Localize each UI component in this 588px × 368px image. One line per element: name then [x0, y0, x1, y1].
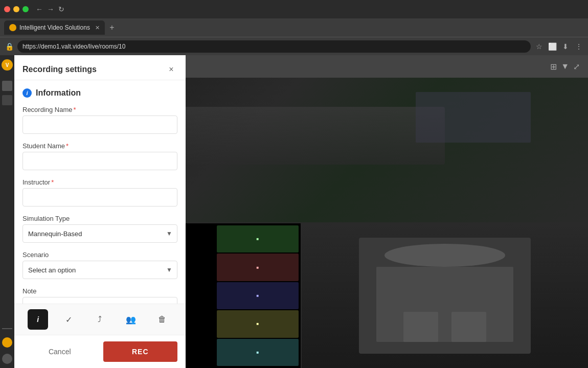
minimize-window-btn[interactable]: [13, 6, 19, 12]
window-controls[interactable]: [4, 6, 29, 12]
simulation-type-label: Simulation Type: [22, 215, 177, 222]
instructor-input[interactable]: [22, 188, 177, 206]
browser-nav-forward[interactable]: →: [47, 5, 54, 13]
extensions-icon[interactable]: ⬜: [547, 41, 557, 52]
chevron-down-icon[interactable]: ▼: [561, 62, 569, 71]
recording-name-group: Recording Name*: [22, 106, 177, 134]
note-group: Note: [22, 287, 177, 304]
trash-toolbar-btn[interactable]: 🗑: [152, 309, 172, 330]
bed-overhead-shape: [359, 238, 531, 353]
rec-button[interactable]: REC: [103, 341, 178, 362]
monitor-panel-3: ■: [217, 282, 299, 309]
modal-title: Recording settings: [22, 65, 97, 74]
simulation-type-select[interactable]: Mannequin-Based Standardized Patient Tas…: [22, 224, 177, 243]
sidebar-divider: [2, 328, 12, 329]
video-actions[interactable]: ⊞ ▼ ⤢: [550, 62, 580, 72]
share-toolbar-btn[interactable]: ⤴: [89, 309, 110, 330]
url-input[interactable]: [17, 40, 531, 53]
users-toolbar-icon: 👥: [126, 315, 136, 325]
star-icon[interactable]: ☆: [534, 41, 544, 52]
main-content: V Recording settings × i Information Rec…: [0, 55, 588, 368]
bed-shape: [158, 107, 445, 165]
section-header: i Information: [22, 88, 177, 98]
recording-settings-modal: Recording settings × i Information Recor…: [14, 55, 186, 368]
info-toolbar-btn[interactable]: i: [28, 309, 48, 330]
app-logo: V: [2, 59, 13, 71]
student-name-group: Student Name*: [22, 142, 177, 170]
modal-header: Recording settings ×: [14, 55, 186, 80]
recording-name-label: Recording Name*: [22, 106, 177, 113]
menu-icon[interactable]: ⋮: [574, 41, 584, 52]
patient-video-cell: [302, 223, 588, 368]
check-toolbar-icon: ✓: [65, 315, 72, 325]
download-icon[interactable]: ⬇: [560, 41, 571, 52]
leg-right-shape: [451, 312, 486, 342]
patient-overhead-view: [302, 223, 588, 368]
left-sidebar: V: [0, 55, 14, 368]
scenario-select[interactable]: Select an option: [22, 261, 177, 279]
fullscreen-icon[interactable]: ⤢: [573, 62, 580, 72]
scenario-label: Scenario: [22, 251, 177, 259]
monitor-right-panels: ■ ■ ■ ■ ■: [215, 223, 301, 368]
info-icon: i: [22, 88, 32, 98]
users-toolbar-btn[interactable]: 👥: [121, 309, 141, 330]
new-tab-btn[interactable]: +: [105, 20, 119, 35]
simulation-type-wrapper: Mannequin-Based Standardized Patient Tas…: [22, 224, 177, 243]
note-label: Note: [22, 287, 177, 295]
body-shape: [376, 267, 514, 342]
monitor-panel-2: ■: [217, 254, 299, 281]
section-title: Information: [36, 88, 81, 98]
sidebar-camera-icon[interactable]: [2, 81, 12, 91]
modal-body: i Information Recording Name* Student Na…: [14, 80, 186, 304]
scenario-group: Scenario Select an option ▼: [22, 251, 177, 279]
check-toolbar-btn[interactable]: ✓: [59, 309, 79, 330]
sidebar-grid-icon[interactable]: [2, 95, 12, 105]
bed-side-shape: [416, 92, 530, 143]
student-name-label: Student Name*: [22, 142, 177, 150]
maximize-window-btn[interactable]: [22, 6, 29, 12]
active-tab[interactable]: Intelligent Video Solutions ✕: [4, 20, 105, 35]
leg-left-shape: [403, 312, 438, 342]
cancel-button[interactable]: Cancel: [22, 341, 97, 362]
browser-titlebar: ← → ↻: [0, 0, 588, 18]
browser-nav-back[interactable]: ←: [36, 5, 43, 13]
tab-favicon: [9, 24, 16, 31]
info-toolbar-icon: i: [37, 315, 39, 324]
student-name-input[interactable]: [22, 152, 177, 170]
address-bar: 🔒 ☆ ⬜ ⬇ ⋮: [0, 37, 588, 55]
close-window-btn[interactable]: [4, 6, 10, 12]
scenario-wrapper: Select an option ▼: [22, 261, 177, 279]
modal-footer: Cancel REC: [14, 335, 186, 368]
pillow-shape: [385, 244, 505, 267]
tab-label: Intelligent Video Solutions: [19, 24, 90, 31]
monitor-panel-1: ■: [217, 225, 299, 252]
trash-toolbar-icon: 🗑: [158, 315, 166, 324]
monitor-panel-5: ■: [217, 339, 299, 366]
instructor-group: Instructor*: [22, 178, 177, 206]
tab-bar: Intelligent Video Solutions ✕ +: [0, 18, 588, 37]
modal-toolbar: i ✓ ⤴ 👥 🗑: [14, 304, 186, 335]
monitor-panel-4: ■: [217, 310, 299, 337]
browser-nav-refresh[interactable]: ↻: [58, 5, 64, 13]
tab-close-btn[interactable]: ✕: [95, 25, 100, 31]
grid-view-icon[interactable]: ⊞: [550, 62, 557, 72]
lock-icon: 🔒: [4, 41, 14, 52]
recording-name-input[interactable]: [22, 116, 177, 134]
note-input[interactable]: [22, 297, 177, 304]
instructor-label: Instructor*: [22, 178, 177, 186]
share-toolbar-icon: ⤴: [98, 315, 102, 324]
sidebar-notification-icon[interactable]: [2, 337, 12, 348]
sidebar-user-icon[interactable]: [2, 354, 12, 364]
simulation-type-group: Simulation Type Mannequin-Based Standard…: [22, 215, 177, 243]
modal-close-btn[interactable]: ×: [165, 63, 177, 76]
